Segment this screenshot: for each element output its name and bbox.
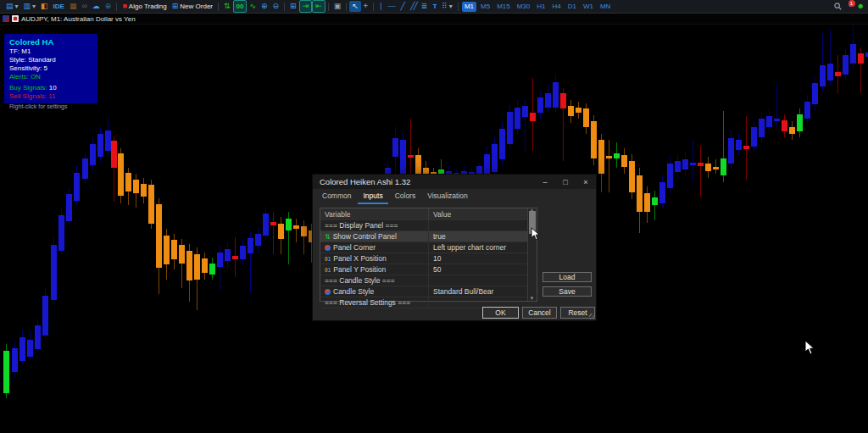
candle-body — [179, 245, 185, 264]
candle-body — [667, 164, 673, 188]
dialog-title-bar[interactable]: Colored Heiken Ashi 1.32 – □ × — [313, 175, 596, 189]
dialog-tab-colors[interactable]: Colors — [390, 190, 421, 204]
candle-body — [42, 296, 48, 336]
candle-body — [698, 163, 704, 166]
candle-body — [90, 144, 96, 165]
timeframe-m1[interactable]: M1 — [462, 2, 476, 12]
dialog-tab-visualization[interactable]: Visualization — [422, 190, 473, 204]
horizontal-line-button[interactable]: — — [386, 1, 398, 12]
timeframe-w1[interactable]: W1 — [581, 2, 596, 12]
dialog-tab-common[interactable]: Common — [317, 190, 356, 204]
parameter-value[interactable] — [428, 220, 537, 230]
candle-body — [583, 108, 589, 127]
candle-body — [675, 161, 681, 172]
candle-body — [400, 140, 406, 174]
candle-body — [148, 185, 154, 224]
candle-body — [293, 225, 299, 229]
timeframe-h4[interactable]: H4 — [549, 2, 563, 12]
resize-grip[interactable] — [589, 314, 595, 319]
table-row[interactable]: Panel CornerLeft upper chart corner — [320, 242, 537, 253]
candle-body — [263, 214, 269, 236]
grid-button[interactable]: ⊞ — [287, 1, 299, 12]
ok-button[interactable]: OK — [482, 307, 519, 319]
profile-icon: ☻ — [857, 3, 865, 10]
candle-body — [827, 64, 833, 80]
dialog-tab-inputs[interactable]: Inputs — [358, 190, 387, 204]
notifications-button[interactable]: ◔ 1 — [847, 3, 851, 10]
timeframe-mn[interactable]: MN — [598, 2, 613, 12]
equidistant-button[interactable]: ≣ — [419, 1, 431, 12]
table-row[interactable]: ⇅Show Control Paneltrue — [320, 231, 537, 242]
sell-signals-label: Sell Signals: — [9, 92, 47, 100]
parameter-value[interactable]: true — [428, 231, 537, 241]
minimize-button[interactable]: – — [535, 175, 555, 189]
table-row[interactable]: === Display Panel === — [320, 220, 537, 231]
new-order-button[interactable]: ⊞ New Order — [170, 1, 215, 12]
algo-trading-button[interactable]: ■ Algo Trading — [120, 1, 169, 12]
inputs-table: Variable Value === Display Panel ===⇅Sho… — [320, 208, 537, 302]
search-button[interactable] — [834, 3, 842, 10]
zoom-out-button[interactable]: ⊖ — [270, 1, 282, 12]
close-button[interactable]: × — [576, 175, 596, 189]
line-chart-mode-button[interactable]: ∿ — [247, 1, 259, 12]
zoom-in-button[interactable]: ⊕ — [259, 1, 270, 12]
table-row[interactable]: 01Panel X Position10 — [320, 253, 537, 264]
indicator-info-panel[interactable]: Colored HA TF: M1 Style: Standard Sensit… — [4, 34, 97, 103]
candle-body — [705, 164, 711, 171]
candle-body — [591, 121, 597, 158]
maximize-button[interactable]: □ — [555, 175, 576, 189]
market-button[interactable]: ◧ — [38, 1, 51, 12]
timeframe-d1[interactable]: D1 — [565, 2, 579, 12]
vertical-line-button[interactable]: ∣ — [376, 1, 386, 12]
table-scrollbar[interactable]: ▲ ▼ — [527, 208, 537, 301]
text-tool-button[interactable]: T — [430, 1, 439, 12]
desktop-button[interactable]: ▥ ▾ — [21, 1, 39, 12]
buy-signals-value: 10 — [49, 84, 57, 92]
cursor-tool-button[interactable]: ↖ — [349, 1, 361, 12]
vps-button[interactable]: ▦ — [67, 1, 80, 12]
table-row[interactable]: === Candle Style === — [320, 275, 537, 286]
crosshair-button[interactable]: + — [361, 1, 370, 12]
candle-wick — [700, 146, 701, 197]
toolbar-separator — [346, 3, 347, 11]
save-button[interactable]: Save — [542, 286, 592, 297]
community-icon: ⊕ — [105, 3, 112, 10]
candle-body — [721, 158, 726, 175]
table-row[interactable]: Candle StyleStandard Bull/Bear — [320, 286, 537, 297]
chart-tab-title[interactable]: AUDJPY, M1: Australian Dollar vs Yen — [21, 15, 136, 23]
timeframe-m5[interactable]: M5 — [478, 2, 492, 12]
search-icon — [834, 3, 842, 10]
scroll-down-icon[interactable]: ▼ — [528, 295, 536, 302]
ide-button[interactable]: IDE — [51, 1, 67, 12]
load-button[interactable]: Load — [542, 272, 592, 282]
parameter-value[interactable]: Standard Bull/Bear — [428, 286, 537, 297]
screenshot-button[interactable]: ▣ — [331, 1, 344, 12]
channel-button[interactable]: ╱╱ — [408, 1, 419, 12]
bar-chart-mode-button[interactable]: 00 — [233, 0, 248, 13]
parameter-value[interactable] — [428, 275, 537, 286]
chart-shift-button[interactable]: ⇤ — [312, 0, 326, 13]
timeframe-h1[interactable]: H1 — [534, 2, 548, 12]
profile-button[interactable]: ☻ — [857, 3, 865, 10]
objects-button[interactable]: ⠿ ▾ — [439, 1, 455, 12]
chart-window-button[interactable]: ▤ ▾ — [3, 1, 21, 12]
parameter-value[interactable]: 10 — [428, 253, 537, 264]
candle-body — [598, 140, 604, 174]
trendline-button[interactable]: ╱ — [398, 1, 408, 12]
community-button[interactable]: ⊕ — [103, 1, 114, 12]
table-row[interactable]: 01Panel Y Position50 — [320, 264, 537, 275]
tick-chart-button[interactable]: ⇅ — [221, 1, 233, 12]
autoscroll-button[interactable]: ⇥ — [299, 0, 313, 13]
trendline-icon: ╱ — [401, 3, 405, 10]
timeframe-m15[interactable]: M15 — [494, 2, 513, 12]
timeframe-m30[interactable]: M30 — [515, 2, 533, 12]
parameter-value[interactable]: 50 — [428, 264, 537, 275]
candle-body — [644, 193, 650, 212]
cloud-button[interactable]: ☁ — [90, 1, 103, 12]
signals-button[interactable]: ∞ — [79, 1, 89, 12]
parameter-value[interactable]: Left upper chart corner — [428, 242, 537, 253]
cancel-button[interactable]: Cancel — [522, 307, 557, 319]
aud-flag-icon — [3, 15, 9, 22]
window-controls: – □ × — [535, 175, 596, 189]
enum-parameter-icon — [325, 289, 331, 295]
